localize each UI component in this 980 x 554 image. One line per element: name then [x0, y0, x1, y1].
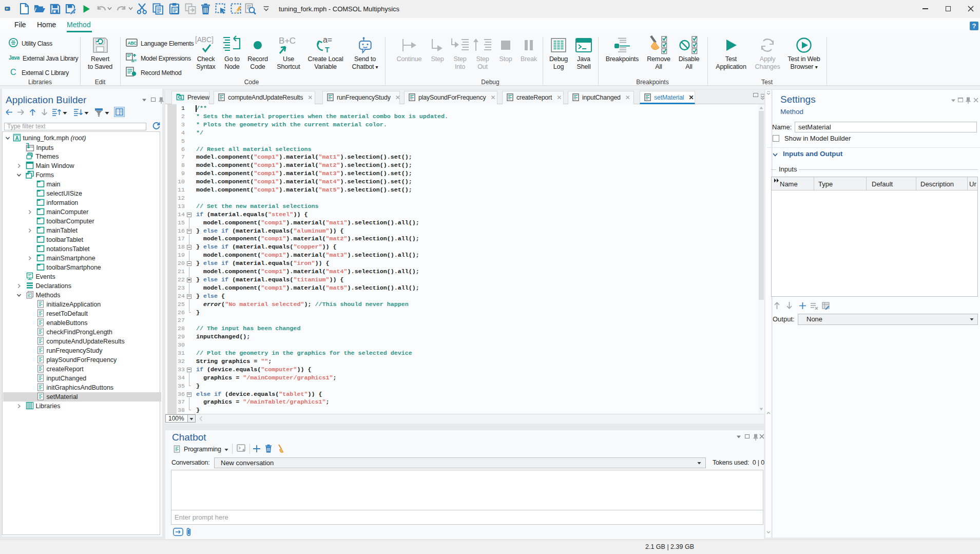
svg-text:C: C — [10, 68, 16, 77]
svg-text:a=: a= — [131, 58, 137, 63]
svg-text:a=: a= — [323, 35, 332, 44]
svg-text:[ABC]: [ABC] — [195, 35, 214, 44]
svg-text:A: A — [15, 136, 19, 141]
svg-text:T: T — [325, 46, 330, 54]
svg-text:Java: Java — [9, 55, 20, 61]
svg-text:B+C: B+C — [279, 36, 296, 46]
svg-text:ABC: ABC — [127, 41, 137, 46]
